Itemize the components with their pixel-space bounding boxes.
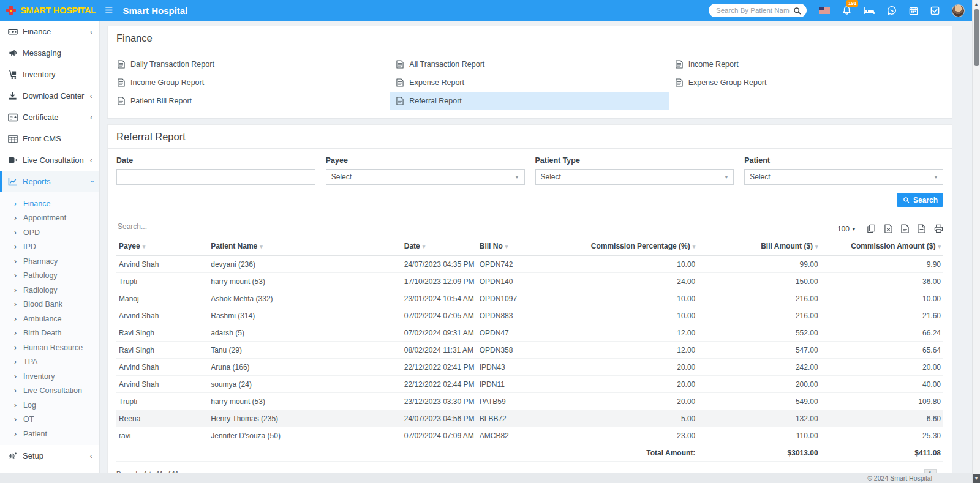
reports-subitem-appointment[interactable]: › Appointment: [0, 211, 99, 226]
payee-select[interactable]: Select ▾: [326, 169, 525, 185]
table-row-arvind-shah: Arvind Shah soumya (24) 22/12/2022 02:44…: [116, 376, 943, 393]
chart-icon: [8, 178, 23, 186]
sidebar-item-front-cms[interactable]: Front CMS: [0, 128, 99, 149]
cell-payee: Arvind Shah: [116, 359, 208, 376]
reports-subitem-human-resource[interactable]: › Human Resource: [0, 340, 99, 355]
scrollbar-thumb[interactable]: [974, 9, 979, 66]
pagination-prev[interactable]: ‹: [917, 470, 919, 473]
patient-search[interactable]: [709, 4, 807, 17]
top-right-actions: 191: [709, 4, 980, 17]
document-icon: [396, 78, 404, 87]
topbar-bell-icon[interactable]: 191: [842, 6, 851, 15]
column-header-date[interactable]: Date▾: [402, 237, 477, 256]
sidebar-item-messaging[interactable]: Messaging: [0, 42, 99, 64]
cell-bill-amount: 549.00: [698, 393, 820, 410]
cell-bill-amount: 216.00: [698, 290, 820, 307]
column-header-payee[interactable]: Payee▾: [116, 237, 208, 256]
report-link-patient-bill-report[interactable]: Patient Bill Report: [111, 92, 390, 110]
patient-select[interactable]: Select ▾: [744, 169, 943, 185]
report-link-all-transaction-report[interactable]: All Transaction Report: [390, 55, 669, 73]
topbar-tasks-icon[interactable]: [930, 6, 940, 15]
cell-payee: Arvind Shah: [116, 256, 208, 273]
pagination-page-1[interactable]: 1: [924, 469, 937, 473]
topbar-bed-icon[interactable]: [864, 7, 875, 15]
page-size-select[interactable]: 100 ▾: [837, 225, 856, 233]
sidebar-item-finance[interactable]: Finance ‹: [0, 21, 99, 42]
reports-subitem-finance[interactable]: › Finance: [0, 197, 99, 211]
reports-subitem-pathology[interactable]: › Pathology: [0, 269, 99, 283]
search-icon[interactable]: [793, 7, 801, 15]
reports-subitem-ipd[interactable]: › IPD: [0, 240, 99, 255]
reports-subitem-birth-death[interactable]: › Birth Death: [0, 326, 99, 341]
table-search-input[interactable]: [116, 220, 205, 233]
reports-subitem-radiology[interactable]: › Radiology: [0, 283, 99, 298]
cell-date: 07/02/2024 09:31 AM: [402, 324, 477, 342]
sidebar-item-certificate[interactable]: Certificate ‹: [0, 107, 99, 128]
topbar-whatsapp-icon[interactable]: [887, 6, 897, 15]
report-link-daily-transaction-report[interactable]: Daily Transaction Report: [111, 55, 390, 73]
pagination: ‹ 1 ›: [917, 469, 943, 473]
cell-bill-no: IPDN43: [477, 359, 549, 376]
column-header-patient-name[interactable]: Patient Name▾: [208, 237, 402, 256]
cell-patient-name: Tanu (29): [208, 342, 402, 359]
user-avatar[interactable]: [952, 4, 965, 17]
report-link-income-group-report[interactable]: Income Group Report: [111, 73, 390, 92]
reports-subitem-log[interactable]: › Log: [0, 398, 99, 413]
reports-subitem-live-consultation[interactable]: › Live Consultation: [0, 384, 99, 399]
cell-date: 07/02/2024 07:05 AM: [402, 307, 477, 324]
cell-commission-amount: 66.24: [821, 324, 943, 342]
topbar-calendar-icon[interactable]: [909, 6, 918, 15]
reports-subitem-ot[interactable]: › OT: [0, 413, 99, 427]
document-icon: [676, 78, 683, 87]
reports-subitem-patient[interactable]: › Patient: [0, 427, 99, 441]
chevron-left-icon: ‹: [90, 156, 92, 164]
search-button[interactable]: Search: [897, 193, 943, 207]
page-scrollbar[interactable]: ▲ ▼: [972, 0, 980, 483]
document-icon: [396, 97, 404, 105]
column-header-bill-no[interactable]: Bill No▾: [477, 237, 549, 256]
sidebar-item-reports[interactable]: Reports ‹: [0, 171, 99, 192]
scroll-up-icon[interactable]: ▲: [974, 0, 979, 8]
sidebar-item-inventory[interactable]: Inventory: [0, 64, 99, 85]
pagination-next[interactable]: ›: [941, 470, 943, 473]
reports-subitem-tpa[interactable]: › TPA: [0, 355, 99, 370]
reports-subitem-pharmacy[interactable]: › Pharmacy: [0, 254, 99, 269]
copy-icon[interactable]: [867, 224, 876, 233]
sidebar-item-download-center[interactable]: Download Center ‹: [0, 85, 99, 107]
topbar-flag-us-icon[interactable]: [819, 7, 830, 14]
chevron-right-icon: ›: [14, 430, 17, 438]
pdf-icon[interactable]: [918, 224, 925, 233]
chevron-right-icon: ›: [14, 343, 17, 352]
cell-patient-name: Rashmi (314): [208, 307, 402, 324]
cell-commission-pct: 20.00: [549, 376, 698, 393]
reports-subitem-ambulance[interactable]: › Ambulance: [0, 312, 99, 326]
column-header-commission-amount[interactable]: Commission Amount ($)▾: [821, 237, 943, 256]
sidebar-item-live-consultation[interactable]: Live Consultation ‹: [0, 149, 99, 171]
sort-icon: ▾: [938, 244, 941, 250]
document-icon: [676, 60, 683, 69]
hamburger-menu-icon[interactable]: ☰: [105, 5, 113, 16]
chevron-right-icon: ›: [14, 214, 17, 222]
column-header-bill-amount[interactable]: Bill Amount ($)▾: [698, 237, 820, 256]
report-link-referral-report[interactable]: Referral Report: [390, 92, 669, 110]
report-link-expense-group-report[interactable]: Expense Group Report: [669, 73, 948, 92]
patient-type-label: Patient Type: [535, 156, 734, 165]
report-link-expense-report[interactable]: Expense Report: [390, 73, 669, 92]
print-icon[interactable]: [934, 224, 943, 233]
date-input[interactable]: [116, 169, 315, 185]
reports-subitem-opd[interactable]: › OPD: [0, 225, 99, 240]
reports-subitem-blood-bank[interactable]: › Blood Bank: [0, 298, 99, 312]
patient-type-select[interactable]: Select ▾: [535, 169, 734, 185]
patient-search-input[interactable]: [715, 6, 791, 15]
caret-down-icon: ▾: [935, 173, 938, 180]
table-actions: 100 ▾: [837, 224, 943, 233]
column-header-commission-percentage[interactable]: Commission Percentage (%)▾: [549, 237, 698, 256]
reports-subitem-inventory[interactable]: › Inventory: [0, 369, 99, 384]
excel-icon[interactable]: [884, 224, 892, 233]
scroll-down-icon[interactable]: ▼: [973, 474, 980, 483]
sidebar-item-setup[interactable]: Setup ‹: [0, 445, 99, 466]
table-row-trupti: Trupti harry mount (53) 23/12/2023 03:30…: [116, 393, 943, 410]
report-link-income-report[interactable]: Income Report: [669, 55, 948, 73]
file-text-icon[interactable]: [901, 224, 909, 233]
cell-payee: ravi: [116, 427, 208, 444]
